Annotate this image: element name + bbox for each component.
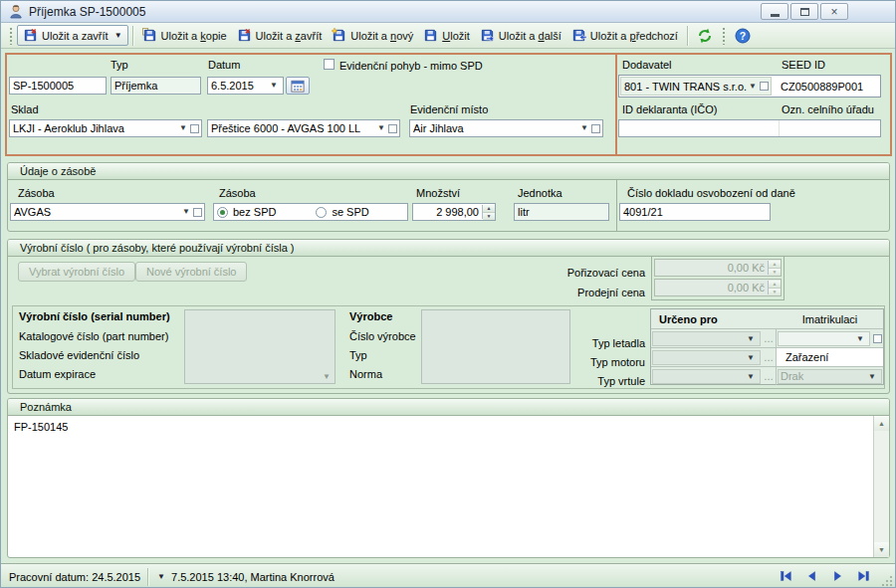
jednotka-field[interactable]: litr bbox=[514, 203, 609, 221]
id-deklaranta-input[interactable] bbox=[618, 119, 881, 137]
doc-number-input[interactable]: SP-1500005 bbox=[9, 77, 107, 95]
ozn-celniho-uradu-label: Ozn. celního úřadu bbox=[782, 103, 874, 115]
minimize-button[interactable] bbox=[761, 3, 788, 20]
zarazeni-label: Zařazení bbox=[778, 351, 828, 363]
chevron-down-icon[interactable]: ▼ bbox=[580, 121, 588, 135]
save-close-button[interactable]: Uložit a zavřít bbox=[232, 25, 328, 47]
chevron-down-icon[interactable]: ▼ bbox=[157, 572, 165, 581]
toolbar-grip[interactable] bbox=[9, 27, 13, 45]
zasoba-label: Zásoba bbox=[18, 187, 55, 199]
imatrikulace-combo[interactable]: ▼ bbox=[778, 331, 870, 346]
chevron-down-icon[interactable]: ▼ bbox=[270, 79, 278, 93]
typ-motoru-combo: ▼ bbox=[652, 350, 761, 365]
radio-bez-spd[interactable] bbox=[217, 207, 228, 218]
imatrikulace-lookup-checkbox[interactable] bbox=[873, 334, 882, 343]
toolbar-grip[interactable] bbox=[722, 27, 726, 45]
svg-text:?: ? bbox=[740, 30, 746, 42]
save-close-icon bbox=[237, 28, 252, 43]
dodavatel-combo[interactable]: 801 - TWIN TRANS s.r.o. ▼ bbox=[620, 77, 772, 96]
maximize-button[interactable] bbox=[790, 3, 818, 20]
resize-grip[interactable] bbox=[881, 575, 893, 587]
chevron-down-icon[interactable]: ▼ bbox=[377, 121, 385, 135]
urceno-pro-header: Určeno pro bbox=[651, 313, 777, 325]
chevron-down-icon[interactable]: ▼ bbox=[856, 334, 864, 343]
spin-down-icon[interactable]: ▼ bbox=[483, 212, 495, 220]
cislo-dokladu-label: Číslo dokladu osvobození od daně bbox=[627, 187, 795, 199]
evidencni-misto-combo[interactable]: Air Jihlava ▼ bbox=[409, 119, 603, 137]
poznamka-textarea[interactable]: FP-150145 ▲ ▼ bbox=[8, 416, 889, 557]
last-record-button[interactable] bbox=[853, 567, 873, 585]
datum-combo[interactable]: 6.5.2015 ▼ bbox=[207, 77, 284, 95]
calendar-icon bbox=[291, 80, 305, 93]
nadrz-lookup-checkbox[interactable] bbox=[388, 124, 397, 133]
save-button[interactable]: Uložit bbox=[418, 25, 475, 47]
nadrz-combo[interactable]: Přeštice 6000 - AVGAS 100 LL ▼ bbox=[207, 119, 400, 137]
mnozstvi-spinner[interactable]: 2 998,00 ▲▼ bbox=[412, 203, 496, 221]
evidencni-misto-label: Evidenční místo bbox=[410, 103, 488, 115]
refresh-button[interactable] bbox=[692, 25, 718, 47]
cislo-dokladu-input[interactable]: 4091/21 bbox=[619, 203, 771, 221]
help-button[interactable]: ? bbox=[730, 25, 756, 47]
field-divider bbox=[779, 120, 780, 136]
save-and-close-split-button[interactable]: Uložit a zavřít ▼ bbox=[17, 25, 128, 46]
chevron-down-icon[interactable]: ▼ bbox=[182, 205, 190, 219]
title-bar[interactable]: Příjemka SP-1500005 × bbox=[1, 1, 895, 23]
porizovaci-cena-spinner: 0,00 Kč ▲▼ bbox=[654, 259, 782, 277]
typ-field[interactable]: Příjemka bbox=[111, 77, 201, 95]
sklad-value: LKJI - Aeroklub Jihlava bbox=[13, 121, 177, 135]
typ-label: Typ bbox=[349, 349, 367, 361]
urceno-pro-table: Určeno pro Imatrikulaci ▼ … ▼ ▼ bbox=[650, 308, 884, 385]
chevron-down-icon: ▼ bbox=[747, 334, 755, 343]
drak-cell: Drak▼ bbox=[777, 367, 883, 385]
close-button[interactable]: × bbox=[820, 3, 848, 20]
zasoba-combo[interactable]: AVGAS ▼ bbox=[10, 203, 205, 221]
ellipsis-button: … bbox=[764, 371, 775, 382]
save-icon bbox=[423, 28, 438, 43]
radio-se-spd[interactable] bbox=[316, 207, 327, 218]
first-record-button[interactable] bbox=[776, 567, 795, 585]
app-window: Příjemka SP-1500005 × Uložit a zavřít ▼ … bbox=[0, 0, 896, 588]
table-row-typ-letadla: ▼ … ▼ bbox=[651, 328, 883, 347]
dodavatel-value: 801 - TWIN TRANS s.r.o. bbox=[624, 81, 747, 93]
nadrz-value: Přeštice 6000 - AVGAS 100 LL bbox=[211, 121, 375, 135]
seed-id-value: CZ0500889P001 bbox=[781, 81, 863, 93]
poznamka-text: FP-150145 bbox=[14, 421, 68, 433]
next-record-button[interactable] bbox=[827, 567, 847, 585]
scroll-up-icon[interactable]: ▲ bbox=[874, 416, 889, 431]
save-previous-button[interactable]: Uložit a předchozí bbox=[566, 25, 683, 47]
save-next-button[interactable]: Uložit a další bbox=[475, 25, 566, 47]
spin-up-icon[interactable]: ▲ bbox=[483, 205, 495, 212]
sklad-combo[interactable]: LKJI - Aeroklub Jihlava ▼ bbox=[9, 119, 202, 137]
table-row-typ-motoru: ▼ … Zařazení bbox=[651, 347, 883, 366]
prodejni-cena-value: 0,00 Kč bbox=[658, 281, 768, 294]
sklad-lookup-checkbox[interactable] bbox=[190, 124, 199, 133]
first-record-icon bbox=[779, 569, 793, 583]
datum-expirace-label: Datum expirace bbox=[19, 368, 96, 380]
dodavatel-lookup-checkbox[interactable] bbox=[760, 82, 769, 91]
typ-vrtule-label: Typ vrtule bbox=[570, 375, 645, 387]
prodejni-cena-spinner: 0,00 Kč ▲▼ bbox=[654, 279, 782, 296]
save-new-button[interactable]: Uložit a nový bbox=[327, 25, 418, 47]
evidencni-misto-lookup-checkbox[interactable] bbox=[591, 124, 600, 133]
scroll-down-icon[interactable]: ▼ bbox=[874, 542, 889, 557]
status-bar: Pracovní datum: 24.5.2015 ▼ 7.5.2015 13:… bbox=[1, 563, 895, 588]
evidencni-pohyb-checkbox[interactable] bbox=[324, 59, 335, 70]
last-record-icon bbox=[856, 569, 871, 583]
zarazeni-cell: Zařazení bbox=[777, 348, 883, 366]
spin-down-icon: ▼ bbox=[769, 288, 781, 295]
calendar-button[interactable] bbox=[286, 77, 310, 95]
chevron-down-icon[interactable]: ▼ bbox=[749, 82, 757, 91]
minimize-icon bbox=[771, 14, 780, 17]
vertical-scrollbar[interactable]: ▲ ▼ bbox=[873, 416, 889, 557]
typ-letadla-combo: ▼ bbox=[652, 331, 761, 346]
spinner-arrows[interactable]: ▲▼ bbox=[482, 205, 495, 219]
zasoba-lookup-checkbox[interactable] bbox=[193, 208, 202, 217]
evidencni-pohyb-label: Evidenční pohyb - mimo SPD bbox=[339, 60, 483, 72]
chevron-down-icon[interactable]: ▼ bbox=[179, 121, 187, 135]
previous-record-button[interactable] bbox=[801, 567, 821, 585]
typ-letadla-cell: ▼ … bbox=[651, 329, 777, 347]
evidencni-misto-value: Air Jihlava bbox=[413, 121, 578, 135]
cena-group: 0,00 Kč ▲▼ 0,00 Kč ▲▼ bbox=[651, 256, 784, 300]
typ-vrtule-combo: ▼ bbox=[652, 369, 761, 384]
save-copy-button[interactable]: Uložit a kopie bbox=[137, 25, 232, 47]
